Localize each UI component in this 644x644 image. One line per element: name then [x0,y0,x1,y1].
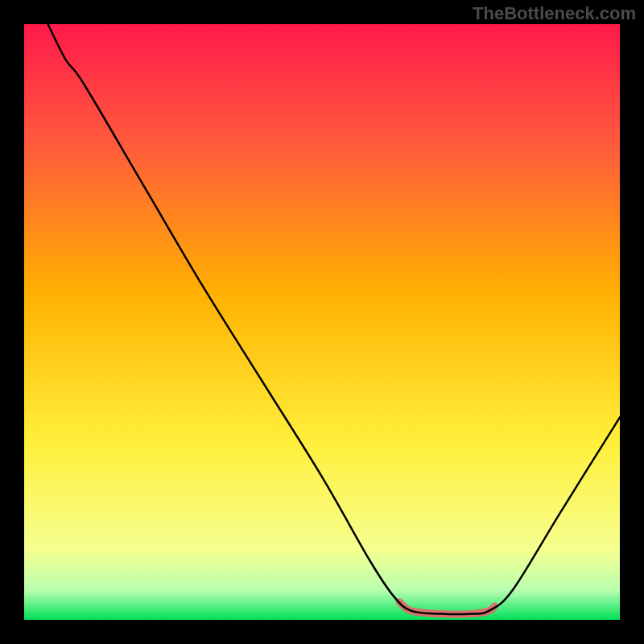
chart-background [24,24,620,620]
watermark-text: TheBottleneck.com [473,3,636,24]
bottleneck-chart [24,24,620,620]
chart-container [24,24,620,620]
